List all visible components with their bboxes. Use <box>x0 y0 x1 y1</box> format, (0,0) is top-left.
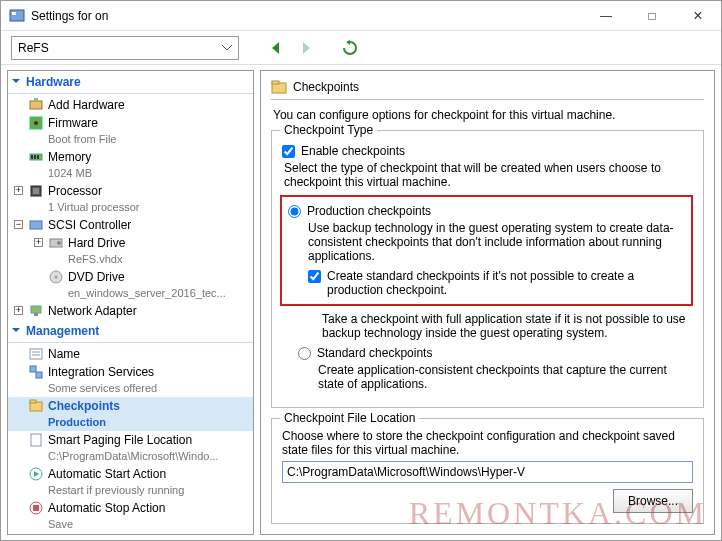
content-panel: Checkpoints You can configure options fo… <box>260 70 715 535</box>
expander-icon[interactable]: − <box>14 220 23 229</box>
checkpoints-icon <box>271 79 287 95</box>
enable-checkpoints-checkbox[interactable] <box>282 145 295 158</box>
sidebar-item-name[interactable]: Name <box>8 345 253 363</box>
svg-rect-0 <box>10 10 24 21</box>
auto-stop-icon <box>28 500 44 516</box>
dvd-drive-icon <box>48 269 64 285</box>
expander-icon[interactable]: + <box>34 238 43 247</box>
window-title: Settings for on <box>31 9 583 23</box>
standard-label: Standard checkpoints <box>317 346 432 360</box>
svg-rect-23 <box>36 372 42 378</box>
vm-selector-value: ReFS <box>18 41 49 55</box>
production-below-help: Take a checkpoint with full application … <box>322 312 693 340</box>
standard-help: Create application-consistent checkpoint… <box>318 363 693 391</box>
sidebar-item-auto-start[interactable]: Automatic Start ActionRestart if previou… <box>8 465 253 499</box>
app-icon <box>9 8 25 24</box>
sidebar-item-dvd-drive[interactable]: DVD Driveen_windows_server_2016_tec... <box>8 268 253 302</box>
content-header: Checkpoints <box>271 79 704 100</box>
section-management[interactable]: Management <box>8 320 253 343</box>
svg-rect-25 <box>30 400 36 403</box>
checkpoint-location-legend: Checkpoint File Location <box>280 411 419 425</box>
svg-point-14 <box>57 241 61 245</box>
svg-rect-11 <box>33 188 39 194</box>
sidebar-item-add-hardware[interactable]: Add Hardware <box>8 96 253 114</box>
auto-start-icon <box>28 466 44 482</box>
content-intro: You can configure options for checkpoint… <box>273 108 704 122</box>
refresh-button[interactable] <box>339 37 361 59</box>
sidebar-item-processor[interactable]: + Processor1 Virtual processor <box>8 182 253 216</box>
main-area: Hardware Add Hardware FirmwareBoot from … <box>1 65 721 540</box>
svg-rect-17 <box>31 306 41 313</box>
expander-icon[interactable]: + <box>14 306 23 315</box>
network-icon <box>28 303 44 319</box>
sidebar-item-network[interactable]: + Network Adapter <box>8 302 253 320</box>
sidebar-item-checkpoints[interactable]: CheckpointsProduction <box>8 397 253 431</box>
nav-back-button[interactable] <box>265 37 287 59</box>
svg-point-5 <box>34 121 38 125</box>
sidebar-item-integration[interactable]: Integration ServicesSome services offere… <box>8 363 253 397</box>
svg-rect-8 <box>34 155 36 159</box>
nav-forward-button[interactable] <box>295 37 317 59</box>
type-help-text: Select the type of checkpoint that will … <box>284 161 693 189</box>
toolbar: ReFS <box>1 31 721 65</box>
standard-radio[interactable] <box>298 347 311 360</box>
create-standard-label: Create standard checkpoints if it's not … <box>327 269 685 297</box>
svg-rect-29 <box>33 505 39 511</box>
checkpoints-icon <box>28 398 44 414</box>
svg-point-16 <box>55 276 58 279</box>
enable-checkpoints-label: Enable checkpoints <box>301 144 405 158</box>
firmware-icon <box>28 115 44 131</box>
browse-button[interactable]: Browse... <box>613 489 693 513</box>
section-hardware[interactable]: Hardware <box>8 71 253 94</box>
chevron-down-icon <box>222 45 232 51</box>
svg-rect-2 <box>30 101 42 109</box>
add-hardware-icon <box>28 97 44 113</box>
svg-rect-12 <box>30 221 42 229</box>
sidebar-item-memory[interactable]: Memory1024 MB <box>8 148 253 182</box>
checkpoint-location-group: Checkpoint File Location Choose where to… <box>271 418 704 524</box>
location-path-input[interactable] <box>282 461 693 483</box>
production-label: Production checkpoints <box>307 204 431 218</box>
sidebar-item-smart-paging[interactable]: Smart Paging File LocationC:\ProgramData… <box>8 431 253 465</box>
maximize-button[interactable]: □ <box>629 1 675 31</box>
production-highlight: Production checkpoints Use backup techno… <box>280 195 693 306</box>
sidebar-item-scsi[interactable]: − SCSI Controller <box>8 216 253 234</box>
minimize-button[interactable]: — <box>583 1 629 31</box>
svg-rect-9 <box>37 155 39 159</box>
svg-rect-7 <box>31 155 33 159</box>
hard-drive-icon <box>48 235 64 251</box>
vm-selector[interactable]: ReFS <box>11 36 239 60</box>
integration-icon <box>28 364 44 380</box>
sidebar: Hardware Add Hardware FirmwareBoot from … <box>7 70 254 535</box>
sidebar-item-auto-stop[interactable]: Automatic Stop ActionSave <box>8 499 253 533</box>
svg-rect-26 <box>31 434 41 446</box>
checkpoint-type-legend: Checkpoint Type <box>280 123 377 137</box>
sidebar-item-hard-drive[interactable]: + Hard DriveReFS.vhdx <box>8 234 253 268</box>
production-help: Use backup technology in the guest opera… <box>308 221 685 263</box>
close-button[interactable]: × <box>675 1 721 31</box>
scsi-icon <box>28 217 44 233</box>
checkpoint-type-group: Checkpoint Type Enable checkpoints Selec… <box>271 130 704 408</box>
create-standard-checkbox[interactable] <box>308 270 321 283</box>
processor-icon <box>28 183 44 199</box>
smart-paging-icon <box>28 432 44 448</box>
content-title: Checkpoints <box>293 80 359 94</box>
svg-rect-3 <box>34 98 38 102</box>
titlebar: Settings for on — □ × <box>1 1 721 31</box>
sidebar-item-firmware[interactable]: FirmwareBoot from File <box>8 114 253 148</box>
svg-rect-1 <box>12 12 16 15</box>
svg-rect-22 <box>30 366 36 372</box>
location-help: Choose where to store the checkpoint con… <box>282 429 693 457</box>
expander-icon[interactable]: + <box>14 186 23 195</box>
svg-rect-31 <box>272 81 279 84</box>
memory-icon <box>28 149 44 165</box>
production-radio[interactable] <box>288 205 301 218</box>
svg-rect-19 <box>30 349 42 359</box>
svg-rect-18 <box>34 313 38 316</box>
name-icon <box>28 346 44 362</box>
